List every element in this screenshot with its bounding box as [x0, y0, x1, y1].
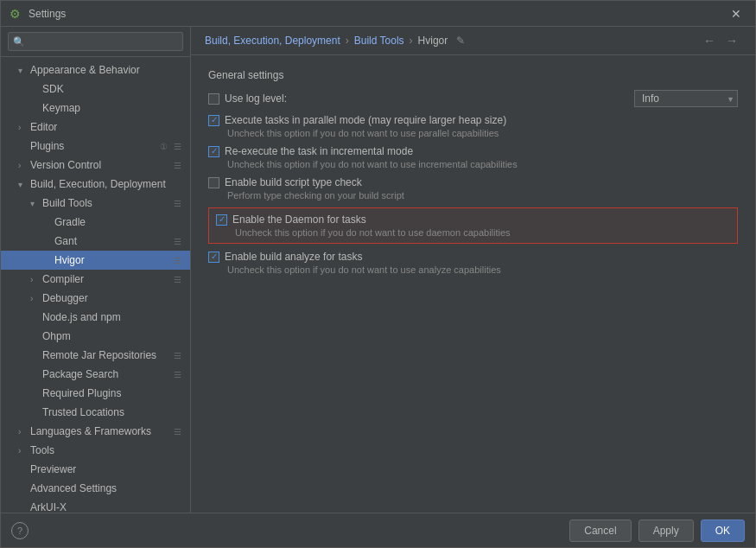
search-input[interactable] [8, 32, 183, 51]
sidebar-item-build-execution-deployment[interactable]: ▾ Build, Execution, Deployment [1, 175, 190, 194]
edit-icon[interactable]: ✎ [456, 35, 465, 47]
checkbox-incremental-mode[interactable] [208, 146, 219, 157]
settings-icon: ☰ [171, 370, 183, 379]
search-box: 🔍 [1, 27, 190, 57]
sidebar-item-version-control[interactable]: › Version Control ☰ [1, 156, 190, 175]
sidebar-item-plugins[interactable]: Plugins ① ☰ [1, 137, 190, 156]
chevron-right-icon: › [30, 275, 42, 284]
sidebar-item-label: Required Plugins [42, 387, 183, 399]
sidebar-item-languages-frameworks[interactable]: › Languages & Frameworks ☰ [1, 422, 190, 441]
nav-back-button[interactable]: ← [700, 34, 719, 48]
log-level-select[interactable]: Info Debug Warn Error [634, 90, 738, 107]
chevron-down-icon: ▾ [30, 199, 42, 208]
chevron-right-icon: › [18, 123, 30, 132]
breadcrumb-sep-2: › [410, 35, 413, 47]
sidebar-item-label: Package Search [42, 368, 169, 380]
sidebar-item-keymap[interactable]: Keymap [1, 99, 190, 118]
settings-icon: ☰ [171, 256, 183, 265]
search-icon: 🔍 [13, 36, 25, 48]
label-daemon-tasks: Enable the Daemon for tasks [232, 213, 366, 226]
apply-button[interactable]: Apply [638, 519, 694, 542]
sidebar-item-trusted-locations[interactable]: Trusted Locations [1, 403, 190, 422]
setting-build-analyze: Enable build analyze for tasks Uncheck t… [208, 251, 738, 275]
sidebar-item-label: Ohpm [42, 330, 183, 342]
help-button[interactable]: ? [11, 522, 29, 539]
sidebar-item-remote-jar[interactable]: Remote Jar Repositories ☰ [1, 346, 190, 365]
cancel-button[interactable]: Cancel [569, 519, 631, 542]
setting-parallel-mode: Execute tasks in parallel mode (may requ… [208, 114, 738, 138]
section-title: General settings [208, 69, 738, 81]
breadcrumb-part-2[interactable]: Build Tools [354, 35, 404, 47]
desc-daemon-tasks: Uncheck this option if you do not want t… [235, 227, 730, 238]
label-build-analyze: Enable build analyze for tasks [225, 251, 362, 263]
sidebar-item-label: Languages & Frameworks [30, 425, 169, 437]
sidebar-item-label: Trusted Locations [42, 406, 183, 418]
setting-use-log-level: Use log level: Info Debug Warn Error ▾ [208, 90, 738, 107]
nav-forward-button[interactable]: → [722, 34, 741, 48]
sidebar-item-label: Gradle [54, 216, 183, 228]
sidebar-item-label: Debugger [42, 292, 183, 304]
sidebar-item-label: Hvigor [54, 254, 169, 266]
sidebar-item-debugger[interactable]: › Debugger [1, 289, 190, 308]
badge-icon: ① [157, 142, 169, 151]
sidebar-item-label: Appearance & Behavior [30, 64, 183, 76]
setting-incremental-mode: Re-execute the task in incremental mode … [208, 145, 738, 169]
breadcrumb-part-1[interactable]: Build, Execution, Deployment [205, 35, 340, 47]
sidebar-item-gant[interactable]: Gant ☰ [1, 232, 190, 251]
settings-icon: ☰ [171, 351, 183, 360]
desc-incremental-mode: Uncheck this option if you do not want t… [227, 159, 738, 169]
ok-button[interactable]: OK [701, 519, 745, 542]
sidebar-item-previewer[interactable]: Previewer [1, 460, 190, 479]
title-bar: ⚙ Settings ✕ [1, 1, 755, 27]
breadcrumb-nav: ← → [700, 34, 741, 48]
sidebar-item-label: Plugins [30, 140, 156, 152]
checkbox-daemon-tasks[interactable] [216, 214, 227, 226]
sidebar-item-tools[interactable]: › Tools [1, 441, 190, 460]
sidebar-item-compiler[interactable]: › Compiler ☰ [1, 270, 190, 289]
sidebar-item-arkui-x[interactable]: ArkUI-X [1, 498, 190, 513]
setting-daemon-tasks-highlighted: Enable the Daemon for tasks Uncheck this… [208, 207, 738, 244]
sidebar-item-package-search[interactable]: Package Search ☰ [1, 365, 190, 384]
window-icon: ⚙ [10, 7, 23, 21]
sidebar-item-gradle[interactable]: Gradle [1, 213, 190, 232]
content-area: 🔍 ▾ Appearance & Behavior SDK Keymap [1, 27, 755, 513]
chevron-down-icon: ▾ [18, 180, 30, 189]
sidebar-item-appearance-behavior[interactable]: ▾ Appearance & Behavior [1, 61, 190, 80]
settings-window: ⚙ Settings ✕ 🔍 ▾ Appearance & Behavior [0, 0, 756, 548]
sidebar-item-label: Editor [30, 121, 183, 133]
chevron-right-icon: › [18, 427, 30, 436]
checkbox-use-log-level[interactable] [208, 93, 219, 105]
label-build-script-type-check: Enable build script type check [225, 176, 362, 188]
settings-icon: ☰ [171, 199, 183, 208]
sidebar-item-label: Remote Jar Repositories [42, 349, 169, 361]
checkbox-parallel-mode[interactable] [208, 115, 219, 126]
sidebar-item-required-plugins[interactable]: Required Plugins [1, 384, 190, 403]
checkbox-build-script-type-check[interactable] [208, 177, 219, 188]
sidebar-item-advanced-settings[interactable]: Advanced Settings [1, 479, 190, 498]
sidebar-item-label: Advanced Settings [30, 482, 183, 494]
window-title: Settings [29, 8, 726, 20]
chevron-down-icon: ▾ [18, 66, 30, 75]
breadcrumb: Build, Execution, Deployment › Build Too… [191, 27, 755, 55]
sidebar-item-ohpm[interactable]: Ohpm [1, 327, 190, 346]
checkbox-build-analyze[interactable] [208, 252, 219, 263]
sidebar-item-label: Previewer [30, 463, 183, 475]
sidebar-item-sdk[interactable]: SDK [1, 80, 190, 99]
main-panel: Build, Execution, Deployment › Build Too… [191, 27, 755, 513]
sidebar-item-editor[interactable]: › Editor [1, 118, 190, 137]
sidebar-item-hvigor[interactable]: Hvigor ☰ [1, 251, 190, 270]
sidebar-item-label: Compiler [42, 273, 169, 285]
help-icon: ? [17, 526, 22, 536]
sidebar-item-label: Build, Execution, Deployment [30, 178, 183, 190]
settings-content: General settings Use log level: Info Deb… [191, 55, 755, 513]
label-parallel-mode: Execute tasks in parallel mode (may requ… [225, 114, 506, 126]
sidebar: 🔍 ▾ Appearance & Behavior SDK Keymap [1, 27, 191, 513]
sidebar-item-nodejs-npm[interactable]: Node.js and npm [1, 308, 190, 327]
sidebar-tree: ▾ Appearance & Behavior SDK Keymap › Edi… [1, 57, 190, 513]
close-button[interactable]: ✕ [726, 5, 746, 22]
sidebar-item-build-tools[interactable]: ▾ Build Tools ☰ [1, 194, 190, 213]
desc-build-analyze: Uncheck this option if you do not want t… [227, 264, 738, 275]
sidebar-item-label: Node.js and npm [42, 311, 183, 323]
settings-icon: ☰ [171, 161, 183, 170]
sidebar-item-label: Gant [54, 235, 169, 247]
